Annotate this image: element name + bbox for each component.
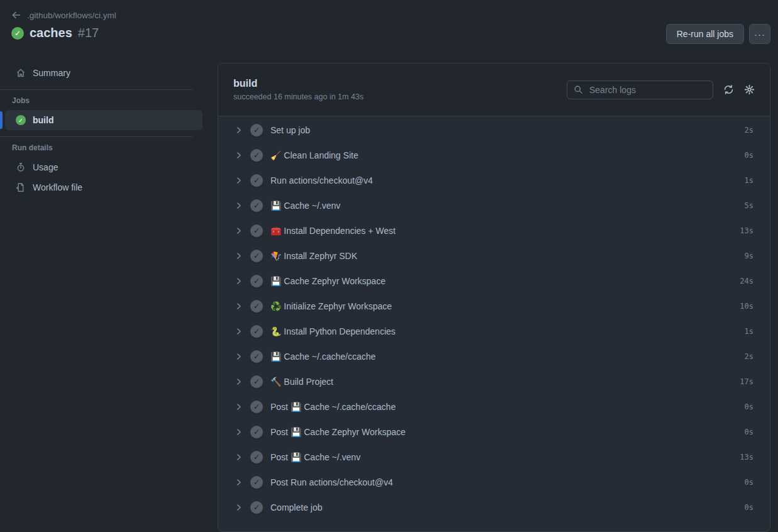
chevron-right-icon[interactable]: [235, 252, 243, 260]
step-duration: 1s: [745, 176, 753, 185]
step-success-icon: ✓: [250, 476, 263, 489]
workflow-file-breadcrumb-link[interactable]: .github/workflows/ci.yml: [27, 11, 116, 20]
search-logs-input[interactable]: [588, 84, 706, 96]
step-success-icon: ✓: [250, 300, 263, 313]
step-success-icon: ✓: [250, 250, 263, 262]
step-name: 💾 Cache ~/.venv: [270, 201, 340, 211]
step-success-icon: ✓: [250, 224, 263, 237]
chevron-right-icon[interactable]: [235, 402, 243, 411]
step-name: Run actions/checkout@v4: [270, 175, 373, 186]
jobs-section-label: Jobs: [0, 96, 208, 105]
step-name: 🧹 Clean Landing Site: [270, 150, 358, 160]
step-duration: 1s: [745, 327, 753, 336]
step-success-icon: ✓: [250, 325, 263, 338]
step-row[interactable]: ✓ Post Run actions/checkout@v4 0s: [218, 470, 770, 495]
step-row[interactable]: ✓ Set up job 2s: [218, 118, 770, 143]
step-row[interactable]: ✓ 🪁 Install Zephyr SDK 9s: [218, 243, 770, 269]
run-title: caches: [30, 26, 72, 40]
step-row[interactable]: ✓ Post 💾 Cache ~/.cache/ccache 0s: [218, 394, 770, 419]
chevron-right-icon[interactable]: [235, 377, 243, 386]
sidebar-divider: [0, 89, 192, 90]
selection-indicator: [0, 111, 3, 129]
chevron-right-icon[interactable]: [235, 201, 243, 210]
step-row[interactable]: ✓ 💾 Cache ~/.venv 5s: [218, 193, 770, 218]
sidebar-job-name: build: [33, 115, 53, 125]
step-row[interactable]: ✓ 🐍 Install Python Dependencies 1s: [218, 319, 770, 344]
log-settings-gear-button[interactable]: [744, 84, 755, 95]
home-icon: [16, 68, 26, 78]
step-duration: 13s: [740, 226, 753, 235]
step-row[interactable]: ✓ 🔨 Build Project 17s: [218, 369, 770, 394]
run-details-section-label: Run details: [0, 143, 208, 152]
sidebar-item-workflow-file[interactable]: Workflow file: [0, 177, 208, 197]
step-row[interactable]: ✓ 💾 Cache ~/.cache/ccache 2s: [218, 344, 770, 369]
sidebar-job-item-build[interactable]: ✓ build: [5, 110, 203, 130]
chevron-right-icon[interactable]: [235, 352, 243, 361]
step-success-icon: ✓: [250, 501, 263, 514]
step-row[interactable]: ✓ Run actions/checkout@v4 1s: [218, 168, 770, 193]
run-number: #17: [78, 26, 99, 40]
step-name: 🪁 Install Zephyr SDK: [270, 251, 357, 261]
chevron-right-icon[interactable]: [235, 277, 243, 285]
job-log-panel: build succeeded 16 minutes ago in 1m 43s: [218, 63, 770, 532]
run-title-row: ✓ caches #17: [11, 26, 99, 40]
step-name: 💾 Cache Zephyr Workspace: [270, 276, 386, 286]
step-success-icon: ✓: [250, 174, 263, 187]
stopwatch-icon: [16, 162, 26, 172]
chevron-right-icon[interactable]: [235, 126, 243, 135]
step-row[interactable]: ✓ ♻️ Initialize Zephyr Workspace 10s: [218, 294, 770, 319]
step-name: 🧰 Install Dependencies + West: [270, 226, 396, 236]
chevron-right-icon[interactable]: [235, 151, 243, 160]
header-actions: Re-run all jobs ···: [666, 24, 770, 44]
step-row[interactable]: ✓ Post 💾 Cache ~/.venv 13s: [218, 445, 770, 470]
step-success-icon: ✓: [250, 350, 263, 363]
step-name: Post 💾 Cache ~/.cache/ccache: [270, 402, 396, 412]
sidebar-divider: [0, 136, 192, 137]
breadcrumb: .github/workflows/ci.yml: [11, 10, 116, 20]
step-name: 💾 Cache ~/.cache/ccache: [270, 352, 375, 362]
chevron-right-icon[interactable]: [235, 503, 243, 512]
step-duration: 10s: [740, 302, 753, 311]
arrow-left-icon[interactable]: [11, 10, 21, 20]
step-name: 🐍 Install Python Dependencies: [270, 326, 396, 336]
kebab-menu-button[interactable]: ···: [749, 24, 770, 44]
step-success-icon: ✓: [250, 375, 263, 388]
step-duration: 24s: [740, 277, 753, 285]
step-success-icon: ✓: [250, 451, 263, 463]
sidebar-item-summary[interactable]: Summary: [0, 63, 208, 83]
step-success-icon: ✓: [250, 149, 263, 162]
step-row[interactable]: ✓ 💾 Cache Zephyr Workspace 24s: [218, 269, 770, 294]
chevron-right-icon[interactable]: [235, 302, 243, 311]
step-row[interactable]: ✓ 🧹 Clean Landing Site 0s: [218, 143, 770, 168]
step-duration: 0s: [745, 402, 753, 411]
step-duration: 0s: [745, 428, 753, 436]
step-duration: 0s: [745, 503, 753, 512]
step-name: Post Run actions/checkout@v4: [270, 477, 393, 487]
step-duration: 0s: [745, 151, 753, 160]
sidebar-item-label: Summary: [33, 68, 70, 78]
step-row[interactable]: ✓ Post 💾 Cache Zephyr Workspace 0s: [218, 419, 770, 445]
run-success-icon: ✓: [11, 27, 24, 40]
refresh-logs-button[interactable]: [723, 84, 734, 95]
chevron-right-icon[interactable]: [235, 453, 243, 462]
job-title: build: [233, 78, 364, 89]
search-icon: [574, 85, 583, 94]
chevron-right-icon[interactable]: [235, 226, 243, 235]
step-duration: 0s: [745, 478, 753, 487]
chevron-right-icon[interactable]: [235, 478, 243, 487]
step-success-icon: ✓: [250, 199, 263, 212]
step-row[interactable]: ✓ 🧰 Install Dependencies + West 13s: [218, 218, 770, 243]
step-name: Post 💾 Cache Zephyr Workspace: [270, 427, 406, 437]
chevron-right-icon[interactable]: [235, 176, 243, 185]
step-name: 🔨 Build Project: [270, 377, 333, 387]
search-logs-box: [567, 80, 713, 99]
rerun-all-jobs-button[interactable]: Re-run all jobs: [666, 24, 744, 44]
step-duration: 17s: [740, 377, 753, 386]
step-row[interactable]: ✓ Complete job 0s: [218, 495, 770, 520]
sidebar-item-usage[interactable]: Usage: [0, 157, 208, 177]
step-name: ♻️ Initialize Zephyr Workspace: [270, 301, 392, 311]
step-success-icon: ✓: [250, 401, 263, 413]
chevron-right-icon[interactable]: [235, 428, 243, 436]
step-success-icon: ✓: [250, 124, 263, 136]
chevron-right-icon[interactable]: [235, 327, 243, 336]
